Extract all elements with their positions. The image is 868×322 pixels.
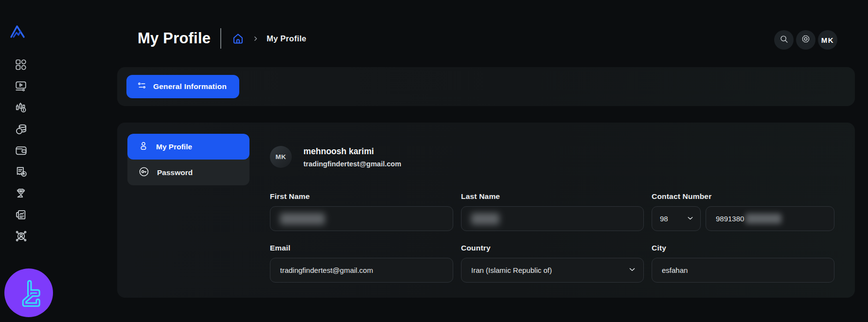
last-name-input[interactable] [461,206,644,231]
search-button[interactable] [774,30,794,50]
profile-form: First Name Last Name Contact Number 98 [270,192,835,283]
field-country: Country Iran (Islamic Republic of) [461,244,644,283]
page-title: My Profile [138,30,211,47]
affiliate-network-icon[interactable] [14,229,28,243]
country-code-value: 98 [660,215,668,223]
city-input[interactable] [652,258,834,283]
last-name-label: Last Name [461,192,644,201]
news-icon[interactable] [14,208,28,221]
header-actions: MK [774,30,837,50]
sidebar [0,0,42,322]
avatar-initials: MK [821,36,834,44]
breadcrumb-home-icon[interactable] [231,32,245,45]
redacted-value [280,213,325,225]
sidebar-nav [0,58,42,243]
country-select[interactable]: Iran (Islamic Republic of) [461,258,644,283]
email-label: Email [270,244,453,252]
first-name-label: First Name [270,192,453,201]
profile-email: tradingfindertest@gmail.com [303,160,401,168]
field-city: City [652,244,834,283]
profile-card: My Profile Password MK mehnoosh karimi [117,123,855,298]
tab-general-information[interactable]: General Information [126,75,239,98]
coins-icon[interactable] [14,122,28,136]
key-icon [138,166,150,179]
nav-item-label: My Profile [156,143,192,151]
field-last-name: Last Name [461,192,644,231]
country-code-select[interactable]: 98 [652,206,701,231]
sliders-icon [137,81,147,92]
profile-summary: MK mehnoosh karimi tradingfindertest@gma… [270,146,401,168]
app-logo-icon[interactable] [9,23,26,39]
redacted-value [471,213,499,225]
settings-gear-icon [800,34,811,46]
page-header: My Profile My Profile [138,24,306,53]
breadcrumb-current[interactable]: My Profile [266,34,306,43]
title-divider [220,28,221,49]
settings-button[interactable] [796,30,815,50]
wallet-icon[interactable] [14,143,28,157]
invoices-icon[interactable] [14,165,28,179]
video-tutorials-icon[interactable] [14,79,28,93]
nav-item-password[interactable]: Password [127,160,249,185]
user-avatar[interactable]: MK [818,30,837,50]
email-input[interactable] [270,258,453,283]
profile-section-nav: My Profile Password [127,134,249,185]
nav-item-label: Password [157,168,193,177]
field-contact-number: Contact Number 98 9891380 [652,192,834,231]
nav-item-my-profile[interactable]: My Profile [127,134,249,160]
phone-number-input[interactable]: 9891380 [706,206,834,231]
country-value: Iran (Islamic Republic of) [471,266,552,274]
country-label: Country [461,244,644,252]
app-root: My Profile My Profile [0,0,868,322]
phone-number-value: 9891380 [716,215,744,223]
first-name-input[interactable] [270,206,453,231]
city-label: City [652,244,834,252]
tab-general-information-label: General Information [153,82,227,91]
field-email: Email [270,244,453,283]
person-icon [138,141,149,153]
search-icon [779,34,789,46]
redacted-value [745,214,781,224]
chevron-down-icon [628,265,637,275]
rewards-icon[interactable] [14,186,28,200]
tab-bar: General Information [117,67,855,106]
market-analysis-icon[interactable] [14,101,28,114]
breadcrumb-chevron-icon [252,36,259,42]
profile-avatar: MK [270,146,292,168]
contact-number-label: Contact Number [652,192,834,201]
field-first-name: First Name [270,192,453,231]
dashboard-icon[interactable] [14,58,28,72]
tradingfinder-logo[interactable] [4,268,53,317]
profile-name: mehnoosh karimi [303,146,401,157]
chevron-down-icon [686,214,694,224]
